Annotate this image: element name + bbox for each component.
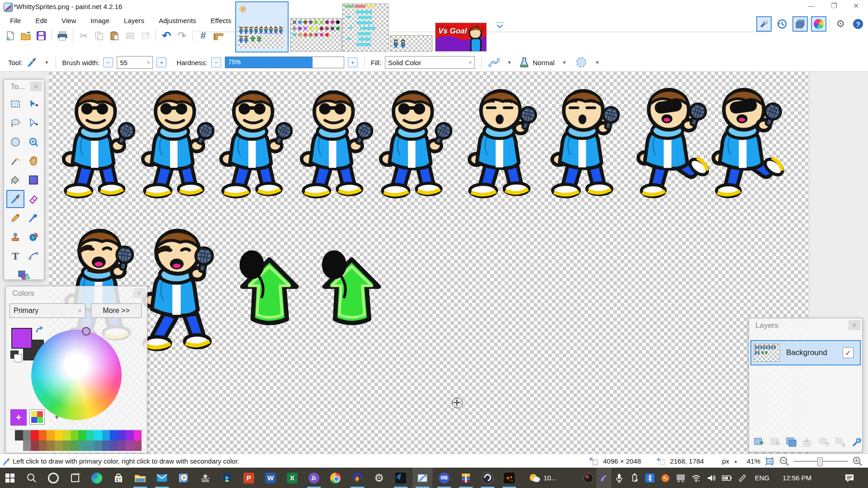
colors-window-button[interactable] bbox=[811, 16, 826, 32]
audacity-button[interactable] bbox=[347, 468, 367, 488]
powerpoint-button[interactable]: P bbox=[239, 468, 259, 488]
palette-swatch[interactable] bbox=[23, 441, 31, 451]
tool-zoom[interactable] bbox=[24, 133, 43, 151]
grid-button[interactable]: # bbox=[196, 29, 210, 43]
obs-tray-icon[interactable] bbox=[581, 468, 596, 488]
camera-app-button[interactable] bbox=[195, 468, 215, 488]
action-center-button[interactable] bbox=[840, 468, 859, 488]
bluetooth-tray-icon[interactable] bbox=[642, 468, 658, 488]
tool-rectangle-select[interactable] bbox=[6, 95, 24, 113]
layer-visibility-checkbox[interactable]: ✓ bbox=[843, 347, 854, 358]
tool-gradient[interactable] bbox=[24, 171, 43, 189]
menu-file[interactable]: File bbox=[5, 14, 26, 27]
weather-widget[interactable]: 10... bbox=[525, 468, 561, 488]
menu-view[interactable]: View bbox=[56, 14, 81, 27]
primary-color-swatch[interactable] bbox=[11, 328, 32, 349]
wifi-tray-icon[interactable] bbox=[688, 468, 704, 488]
fill-style-dropdown[interactable]: Solid Color˅ bbox=[385, 56, 475, 69]
palette-swatch[interactable] bbox=[134, 441, 142, 451]
word-button[interactable]: W bbox=[261, 468, 280, 488]
more-button[interactable]: More >> bbox=[91, 303, 142, 318]
tool-lasso-select[interactable] bbox=[6, 114, 24, 132]
usb-tray-icon[interactable] bbox=[627, 468, 642, 488]
add-to-palette-button[interactable]: + bbox=[10, 409, 27, 426]
palette-swatch[interactable] bbox=[39, 430, 47, 441]
tab-cyan-sheet[interactable] bbox=[342, 4, 389, 52]
task-view-button[interactable] bbox=[65, 468, 85, 488]
menu-image[interactable]: Image bbox=[85, 14, 115, 27]
duplicate-layer-button[interactable] bbox=[785, 436, 798, 448]
palette-swatch[interactable] bbox=[31, 430, 39, 441]
battery-tray-icon[interactable] bbox=[719, 468, 735, 488]
tools-panel-close-button[interactable]: ✕ bbox=[30, 81, 42, 91]
clock[interactable]: 12:56 PM bbox=[775, 468, 819, 488]
avast-tray-icon[interactable] bbox=[658, 468, 673, 488]
antialiasing-chevron[interactable]: ▼ bbox=[595, 60, 600, 65]
paintbrush-tool-icon[interactable] bbox=[26, 57, 37, 68]
layers-panel-close-button[interactable]: ✕ bbox=[849, 320, 860, 330]
history-window-button[interactable] bbox=[775, 17, 789, 31]
palette-swatch[interactable] bbox=[55, 430, 63, 441]
palette-swatch[interactable] bbox=[94, 430, 102, 441]
tab-small-sprites[interactable] bbox=[390, 35, 432, 52]
spline-mode-icon[interactable] bbox=[488, 57, 500, 68]
palette-swatch[interactable] bbox=[47, 430, 55, 441]
move-layer-down-button[interactable] bbox=[834, 436, 847, 448]
cortana-button[interactable] bbox=[43, 468, 63, 488]
save-file-button[interactable] bbox=[34, 29, 48, 43]
palette-swatch[interactable] bbox=[134, 430, 142, 441]
palette-swatch[interactable] bbox=[126, 441, 134, 451]
print-button[interactable] bbox=[56, 29, 69, 43]
help-button[interactable]: ? bbox=[851, 17, 865, 31]
ruler-button[interactable] bbox=[212, 29, 225, 43]
palette-swatch[interactable] bbox=[23, 430, 31, 441]
tool-paintbrush[interactable] bbox=[6, 190, 24, 208]
color-target-dropdown[interactable]: Primary˅ bbox=[9, 303, 85, 318]
tab-whitty-sprites[interactable] bbox=[235, 1, 289, 52]
default-colors-swatch-white[interactable] bbox=[14, 354, 22, 362]
brush-width-decrease-button[interactable]: − bbox=[103, 57, 113, 67]
game-app-button[interactable] bbox=[499, 468, 519, 488]
blend-mode-chevron[interactable]: ▼ bbox=[562, 60, 567, 65]
tool-color-picker[interactable] bbox=[24, 209, 43, 227]
chrome-button[interactable] bbox=[326, 468, 346, 488]
display-tray-icon[interactable] bbox=[673, 468, 688, 488]
palette-swatch[interactable] bbox=[126, 430, 134, 441]
file-explorer-button[interactable] bbox=[130, 468, 150, 488]
layers-window-button[interactable] bbox=[792, 16, 808, 32]
tool-eraser[interactable] bbox=[24, 190, 43, 208]
palette-swatch[interactable] bbox=[118, 430, 126, 441]
tab-colorful-sprites[interactable] bbox=[290, 18, 342, 52]
palette-swatch[interactable] bbox=[102, 441, 110, 451]
settings-app-button[interactable]: ⚙ bbox=[369, 468, 389, 488]
tool-pencil[interactable] bbox=[6, 209, 24, 227]
tool-magic-wand[interactable] bbox=[6, 152, 24, 170]
antialiasing-icon[interactable] bbox=[575, 57, 588, 68]
tool-paint-bucket[interactable] bbox=[6, 171, 24, 189]
unit-value[interactable]: px bbox=[722, 457, 729, 465]
tool-move-selection[interactable] bbox=[24, 114, 43, 132]
palette-swatch[interactable] bbox=[86, 430, 95, 441]
restore-button[interactable]: ❐ bbox=[831, 2, 837, 10]
new-file-button[interactable] bbox=[4, 29, 17, 43]
hardness-increase-button[interactable]: + bbox=[348, 57, 358, 67]
tool-ellipse-select[interactable] bbox=[6, 133, 24, 151]
tab-vs-goal-art[interactable]: Vs Goal bbox=[435, 23, 487, 52]
brush-width-increase-button[interactable]: + bbox=[157, 57, 166, 67]
edge-button[interactable] bbox=[87, 468, 107, 488]
blend-mode-value[interactable]: Normal bbox=[533, 59, 555, 66]
unit-chevron[interactable]: ▲ bbox=[734, 459, 738, 464]
mail-button[interactable] bbox=[152, 468, 172, 488]
volume-tray-icon[interactable] bbox=[704, 468, 719, 488]
medibang-button[interactable]: MB bbox=[434, 468, 454, 488]
menu-effects[interactable]: Effects bbox=[205, 14, 237, 27]
zoom-slider-thumb[interactable] bbox=[817, 457, 823, 466]
media-player-button[interactable] bbox=[174, 468, 194, 488]
obs-button[interactable] bbox=[478, 468, 498, 488]
language-indicator[interactable]: ENG bbox=[751, 468, 773, 488]
palette-swatch[interactable] bbox=[78, 430, 86, 441]
colors-panel-close-button[interactable]: ✕ bbox=[133, 288, 145, 298]
palette-swatch[interactable] bbox=[110, 430, 118, 441]
start-button[interactable] bbox=[0, 468, 20, 488]
palette-swatch[interactable] bbox=[102, 430, 110, 441]
